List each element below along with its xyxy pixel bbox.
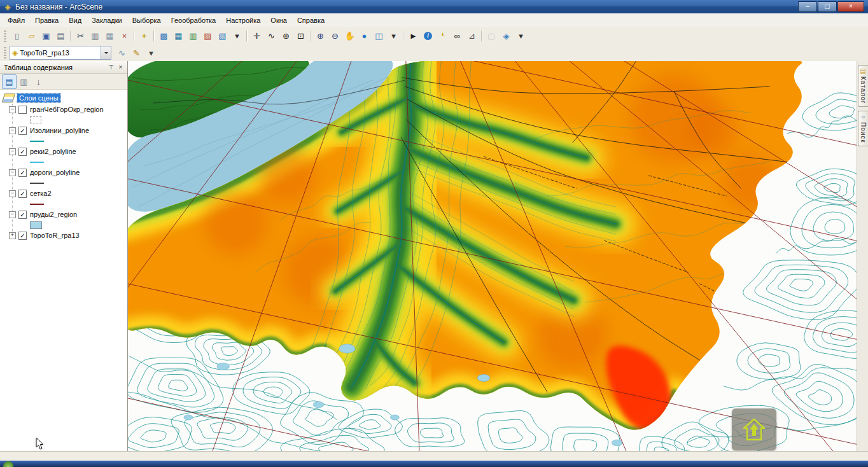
maximize-button[interactable]: ▢ xyxy=(818,1,837,12)
expander-icon[interactable]: − xyxy=(9,127,16,134)
layer-tree: Слои сцены −гранЧебГорОкр_region−✓Изолин… xyxy=(0,90,127,452)
print-icon[interactable]: ▤ xyxy=(53,29,68,43)
sc scene-3d-viewport[interactable] xyxy=(128,61,857,452)
layer-symbol xyxy=(30,162,44,163)
menu-bookmarks[interactable]: Закладки xyxy=(87,15,127,26)
layer-symbol xyxy=(30,204,44,205)
toolbar-grip[interactable] xyxy=(4,31,6,42)
open-folder-icon[interactable]: ▱ xyxy=(24,29,39,43)
fly-tool-icon[interactable]: ∿ xyxy=(264,29,279,43)
combo-dropdown-icon[interactable] xyxy=(101,46,111,59)
search-window-icon[interactable]: ▨ xyxy=(200,29,215,43)
paste-icon[interactable]: ▦ xyxy=(102,29,117,43)
tree-root-label[interactable]: Слои сцены xyxy=(17,94,60,102)
delete-icon[interactable]: × xyxy=(117,29,132,43)
title-bar[interactable]: ◈ Без названия - ArcScene –▢× xyxy=(0,0,868,13)
snapping-icon[interactable]: ∿ xyxy=(115,46,129,60)
cut-icon[interactable]: ✂ xyxy=(73,29,88,43)
layer-checkbox[interactable]: ✓ xyxy=(18,169,27,177)
full-extent-icon[interactable]: ● xyxy=(357,29,372,43)
toc-options-icon[interactable]: ↓ xyxy=(31,74,46,89)
save-icon[interactable]: ▣ xyxy=(39,29,53,43)
menu-windows[interactable]: Окна xyxy=(265,15,292,26)
toolbar-separator xyxy=(246,31,248,41)
catalog-window-icon[interactable]: ▥ xyxy=(186,29,200,43)
layer-checkbox[interactable]: ✓ xyxy=(18,211,27,219)
layer-label[interactable]: сетка2 xyxy=(30,190,52,197)
zoom-in-icon[interactable]: ⊕ xyxy=(313,29,328,43)
layer-checkbox[interactable]: ✓ xyxy=(18,190,27,198)
view-settings-icon[interactable]: ◫ xyxy=(372,29,386,43)
table-of-contents-panel: Таблица содержания ⊤× ▤▥↓ Слои сцены −гр… xyxy=(0,61,128,452)
layer-checkbox[interactable]: ✓ xyxy=(18,232,27,240)
expander-icon[interactable]: − xyxy=(9,211,16,218)
toc-toolbar: ▤▥↓ xyxy=(0,74,127,90)
toolbar-grip[interactable] xyxy=(4,47,6,59)
expander-icon[interactable]: + xyxy=(9,232,16,239)
copy-icon[interactable]: ▥ xyxy=(88,29,102,43)
layer-label[interactable]: реки2_polyline xyxy=(30,148,76,155)
layer-checkbox[interactable]: ✓ xyxy=(18,127,27,135)
layer-symbol xyxy=(30,183,44,184)
3d-graphics-icon[interactable]: ◈ xyxy=(499,29,514,43)
close-button[interactable]: × xyxy=(837,1,864,12)
minimize-button[interactable]: – xyxy=(798,1,817,12)
list-by-draw-order-icon[interactable]: ▤ xyxy=(2,74,17,89)
windows-dropdown-icon[interactable]: ▾ xyxy=(230,29,244,43)
expander-icon[interactable]: − xyxy=(9,190,16,197)
expander-icon[interactable]: − xyxy=(9,148,16,155)
layer-symbol xyxy=(30,141,44,142)
start-button[interactable] xyxy=(3,461,13,467)
menu-file[interactable]: Файл xyxy=(3,15,30,26)
pin-icon[interactable]: ⊤ xyxy=(106,63,116,72)
standard-toolbar: ▯▱▣▤✂▥▦×+▩▦▥▨▧▾✛∿⊕⊡⊕⊖✋●◫▾►i❛∞⊿▢◈▾ xyxy=(0,27,868,45)
select-graphics-icon[interactable]: ► xyxy=(406,29,421,43)
3d-graphics-dropdown-icon[interactable]: ▾ xyxy=(514,29,528,43)
layer-checkbox[interactable]: ✓ xyxy=(18,148,27,156)
sketch-tool-icon[interactable]: ✎ xyxy=(129,46,144,60)
toc-header-buttons: ⊤× xyxy=(106,63,125,72)
pan-icon[interactable]: ✋ xyxy=(342,29,357,43)
close-panel-icon[interactable]: × xyxy=(116,63,125,72)
html-popup-icon[interactable]: ❛ xyxy=(435,29,450,43)
scene-view-icon[interactable]: ▩ xyxy=(157,29,171,43)
full-extent-overlay-button[interactable] xyxy=(732,408,776,450)
layer-label[interactable]: дороги_polyline xyxy=(30,169,80,176)
find-icon[interactable]: ∞ xyxy=(450,29,465,43)
list-by-source-icon[interactable]: ▥ xyxy=(17,74,31,89)
layer-label[interactable]: TopoToR_rpa13 xyxy=(30,232,80,239)
view-settings-dropdown-icon[interactable]: ▾ xyxy=(386,29,401,43)
menu-help[interactable]: Справка xyxy=(292,15,330,26)
layer-label[interactable]: пруды2_region xyxy=(30,211,77,218)
expander-icon[interactable]: − xyxy=(9,106,16,113)
toolbar-separator xyxy=(70,31,71,41)
center-target-icon[interactable]: ⊕ xyxy=(279,29,293,43)
menu-selection[interactable]: Выборка xyxy=(127,15,166,26)
search-icon: ○ xyxy=(861,114,865,120)
layer-symbol xyxy=(30,116,41,123)
measure-icon[interactable]: ⊿ xyxy=(465,29,479,43)
toc-window-icon[interactable]: ▦ xyxy=(171,29,186,43)
layer-checkbox[interactable] xyxy=(18,106,27,114)
layer-combobox[interactable]: ◈ TopoToR_rpa13 xyxy=(10,46,111,60)
layer-label[interactable]: Изолинии_polyline xyxy=(30,127,89,134)
sketch-dropdown-icon[interactable]: ▾ xyxy=(144,46,158,60)
expander-icon[interactable]: − xyxy=(9,169,16,176)
add-data-icon[interactable]: + xyxy=(137,29,151,43)
layer-row: +✓TopoToR_rpa13 xyxy=(0,230,127,241)
toolbar-separator xyxy=(153,31,155,41)
zoom-target-icon[interactable]: ⊡ xyxy=(293,29,308,43)
menu-view[interactable]: Вид xyxy=(64,15,87,26)
tab-catalog[interactable]: ▤Каталог xyxy=(858,65,868,107)
new-document-icon[interactable]: ▯ xyxy=(10,29,24,43)
menu-geoprocessing[interactable]: Геообработка xyxy=(166,15,221,26)
menu-edit[interactable]: Правка xyxy=(30,15,64,26)
tree-root-scene-layers[interactable]: Слои сцены xyxy=(0,92,127,104)
identify-icon[interactable]: i xyxy=(421,29,435,43)
zoom-out-icon[interactable]: ⊖ xyxy=(328,29,342,43)
layer-label[interactable]: гранЧебГорОкр_region xyxy=(30,106,104,113)
tab-search[interactable]: ○Поиск xyxy=(858,111,868,146)
toolbox-window-icon[interactable]: ▧ xyxy=(215,29,230,43)
menu-customize[interactable]: Настройка xyxy=(221,15,265,26)
navigate-tool-icon[interactable]: ✛ xyxy=(249,29,264,43)
